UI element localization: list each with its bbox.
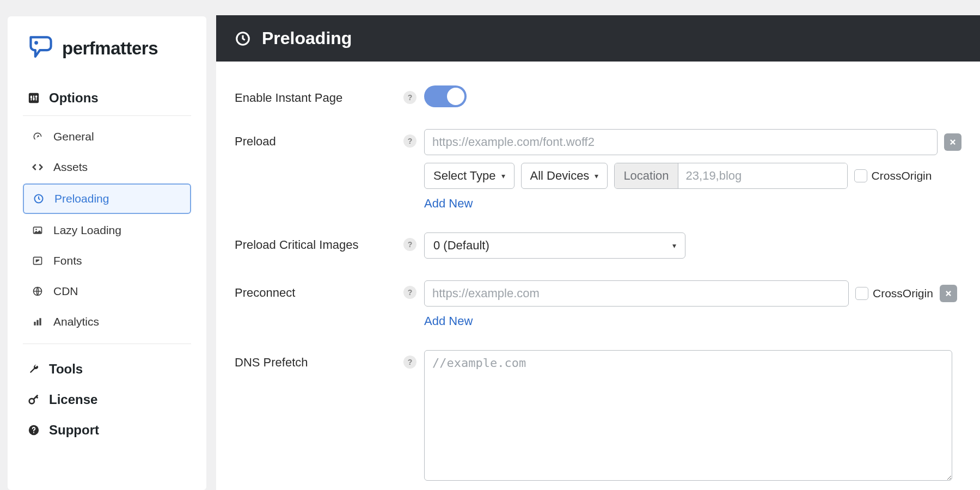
svg-point-4 xyxy=(35,95,38,97)
svg-point-3 xyxy=(33,98,35,100)
svg-rect-11 xyxy=(36,320,38,326)
svg-rect-12 xyxy=(39,318,41,325)
sidebar-group-label: Options xyxy=(49,90,99,106)
question-icon xyxy=(27,424,40,437)
setting-label: Preconnect xyxy=(235,280,403,300)
sidebar-item-label: General xyxy=(53,130,94,143)
preload-crossorigin-checkbox[interactable]: CrossOrigin xyxy=(854,169,932,182)
page-header: Preloading xyxy=(216,15,980,62)
setting-label: Preload Critical Images xyxy=(235,232,403,252)
gauge-icon xyxy=(32,131,44,142)
svg-point-7 xyxy=(35,229,37,230)
sidebar-item-label: Tools xyxy=(49,362,83,377)
checkbox-label: CrossOrigin xyxy=(872,169,932,182)
sidebar-item-support[interactable]: Support xyxy=(23,417,191,448)
preconnect-crossorigin-checkbox[interactable]: CrossOrigin xyxy=(855,287,933,300)
sidebar-item-license[interactable]: License xyxy=(23,387,191,417)
preload-location-input[interactable] xyxy=(678,163,847,188)
sidebar-item-label: Fonts xyxy=(53,254,82,267)
chevron-down-icon: ▾ xyxy=(501,171,505,180)
svg-point-2 xyxy=(30,96,33,98)
clock-icon xyxy=(33,193,45,204)
sidebar-item-tools[interactable]: Tools xyxy=(23,351,191,387)
sidebar-item-cdn[interactable]: CDN xyxy=(23,277,191,305)
setting-label: Enable Instant Page xyxy=(235,85,403,105)
sidebar-item-label: Analytics xyxy=(53,315,99,328)
help-icon[interactable]: ? xyxy=(403,134,416,148)
instant-page-toggle[interactable] xyxy=(424,85,467,107)
preload-type-select[interactable]: Select Type ▾ xyxy=(424,163,514,189)
sliders-icon xyxy=(27,91,40,105)
globe-icon xyxy=(32,286,44,297)
svg-point-13 xyxy=(29,399,34,403)
divider xyxy=(23,115,191,116)
preconnect-add-new-link[interactable]: Add New xyxy=(424,314,473,328)
sidebar-item-label: Preloading xyxy=(54,192,109,205)
setting-label: DNS Prefetch xyxy=(235,350,403,370)
setting-label: Preload xyxy=(235,129,403,149)
remove-button[interactable] xyxy=(944,133,961,151)
wrench-icon xyxy=(27,363,40,376)
brand-logo: perfmatters xyxy=(23,33,191,64)
checkbox-icon xyxy=(854,169,867,182)
location-prefix: Location xyxy=(615,163,678,188)
sidebar: perfmatters Options General Assets Prelo… xyxy=(8,16,206,490)
page-title: Preloading xyxy=(262,28,352,48)
preload-url-input[interactable] xyxy=(424,129,938,155)
dns-prefetch-textarea[interactable] xyxy=(424,350,952,481)
setting-instant-page: Enable Instant Page ? xyxy=(216,85,980,107)
image-icon xyxy=(32,225,44,236)
select-value: Select Type xyxy=(433,169,496,183)
sidebar-item-general[interactable]: General xyxy=(23,122,191,151)
sidebar-item-preloading[interactable]: Preloading xyxy=(23,183,191,214)
help-icon[interactable]: ? xyxy=(403,91,416,104)
font-icon xyxy=(32,255,44,266)
select-value: 0 (Default) xyxy=(433,238,489,253)
brand-name: perfmatters xyxy=(62,38,158,59)
preload-device-select[interactable]: All Devices ▾ xyxy=(521,163,608,189)
divider xyxy=(23,344,191,344)
sidebar-item-analytics[interactable]: Analytics xyxy=(23,308,191,336)
sidebar-item-label: CDN xyxy=(53,285,78,298)
sidebar-item-lazy-loading[interactable]: Lazy Loading xyxy=(23,216,191,244)
sidebar-item-label: Assets xyxy=(53,161,88,174)
sidebar-item-label: Support xyxy=(49,422,99,438)
sidebar-item-label: Lazy Loading xyxy=(53,224,121,237)
sidebar-item-label: License xyxy=(49,392,97,407)
chevron-down-icon: ▾ xyxy=(672,241,676,250)
content: Enable Instant Page ? Preload ? Select T xyxy=(216,62,980,490)
setting-preload-critical: Preload Critical Images ? 0 (Default) ▾ xyxy=(216,232,980,259)
sidebar-item-fonts[interactable]: Fonts xyxy=(23,247,191,275)
chevron-down-icon: ▾ xyxy=(595,171,598,180)
preload-critical-select[interactable]: 0 (Default) ▾ xyxy=(424,232,685,259)
setting-dns-prefetch: DNS Prefetch ? xyxy=(216,350,980,481)
remove-button[interactable] xyxy=(940,285,957,302)
checkbox-icon xyxy=(855,287,868,300)
sidebar-group-options: Options xyxy=(23,85,191,115)
setting-preload: Preload ? Select Type ▾ All Devices xyxy=(216,129,980,211)
clock-icon xyxy=(235,30,251,47)
setting-preconnect: Preconnect ? CrossOrigin Add New xyxy=(216,280,980,328)
select-value: All Devices xyxy=(530,169,590,183)
preload-add-new-link[interactable]: Add New xyxy=(424,197,473,210)
svg-point-15 xyxy=(33,432,34,433)
help-icon[interactable]: ? xyxy=(403,238,416,251)
svg-point-0 xyxy=(34,41,38,45)
key-icon xyxy=(27,393,40,406)
svg-rect-10 xyxy=(34,322,35,326)
help-icon[interactable]: ? xyxy=(403,286,416,299)
preconnect-url-input[interactable] xyxy=(424,280,849,307)
bars-icon xyxy=(32,316,44,327)
sidebar-item-assets[interactable]: Assets xyxy=(23,153,191,181)
preload-location-field: Location xyxy=(614,163,847,189)
brand-logo-icon xyxy=(26,33,56,64)
code-icon xyxy=(32,162,44,173)
main: Preloading Enable Instant Page ? Preload… xyxy=(216,0,980,490)
checkbox-label: CrossOrigin xyxy=(873,287,933,300)
help-icon[interactable]: ? xyxy=(403,356,416,369)
